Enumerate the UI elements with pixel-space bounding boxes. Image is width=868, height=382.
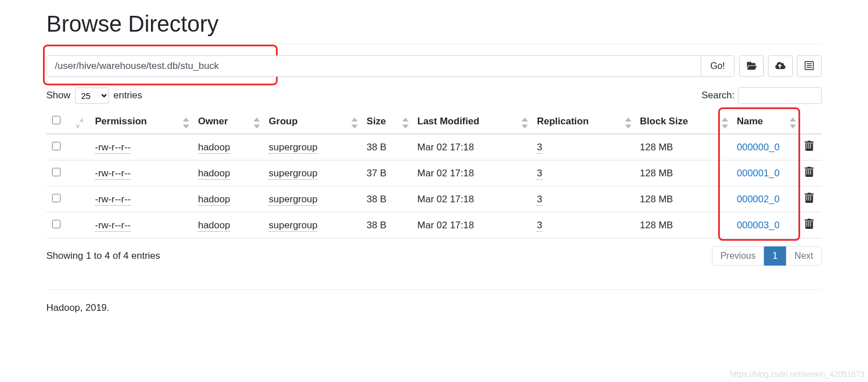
cell-last-modified: Mar 02 17:18	[417, 142, 474, 153]
row-checkbox[interactable]	[52, 142, 61, 150]
col-block-size-label: Block Size	[640, 116, 688, 127]
cell-block-size: 128 MB	[640, 194, 673, 205]
col-size-label: Size	[366, 116, 386, 127]
search-label: Search:	[701, 90, 735, 101]
cell-replication: 3	[537, 142, 542, 154]
list-icon	[804, 60, 814, 72]
search-box: Search:	[701, 87, 822, 104]
cell-replication: 3	[537, 220, 542, 232]
cell-group: supergroup	[269, 168, 317, 180]
table-header-row: Permission Owner Group Size Last Modifie…	[46, 110, 822, 134]
table-controls: Show 102550100 entries Search:	[46, 87, 822, 104]
page-1-button[interactable]: 1	[764, 246, 786, 266]
cell-group: supergroup	[269, 142, 317, 154]
folder-open-icon	[746, 60, 757, 72]
cell-replication: 3	[537, 194, 542, 206]
trash-icon[interactable]	[805, 142, 814, 153]
table-wrap: Permission Owner Group Size Last Modifie…	[46, 110, 822, 238]
show-entries: Show 102550100 entries	[46, 88, 142, 104]
col-last-modified[interactable]: Last Modified	[412, 110, 531, 134]
trash-icon[interactable]	[805, 168, 814, 179]
col-owner-label: Owner	[198, 116, 228, 127]
col-group[interactable]: Group	[263, 110, 361, 134]
sort-icon	[182, 118, 190, 125]
cell-size: 38 B	[366, 220, 386, 231]
row-checkbox[interactable]	[52, 194, 61, 202]
cell-last-modified: Mar 02 17:18	[417, 168, 474, 179]
col-replication[interactable]: Replication	[531, 110, 634, 134]
file-table: Permission Owner Group Size Last Modifie…	[46, 110, 822, 238]
pagination: Previous 1 Next	[712, 246, 822, 266]
col-actions	[799, 110, 822, 134]
col-name[interactable]: Name	[731, 110, 799, 134]
sort-icon	[789, 118, 797, 125]
cloud-upload-icon	[775, 60, 785, 72]
cell-block-size: 128 MB	[640, 168, 673, 179]
cell-group: supergroup	[269, 220, 317, 232]
cell-block-size: 128 MB	[640, 220, 673, 231]
cell-permission: -rw-r--r--	[95, 142, 131, 154]
col-block-size[interactable]: Block Size	[634, 110, 731, 134]
cell-last-modified: Mar 02 17:18	[417, 194, 474, 205]
table-row: -rw-r--r--hadoopsupergroup37 BMar 02 17:…	[46, 160, 822, 186]
col-permission[interactable]: Permission	[89, 110, 192, 134]
cell-permission: -rw-r--r--	[95, 168, 131, 180]
table-row: -rw-r--r--hadoopsupergroup38 BMar 02 17:…	[46, 212, 822, 238]
row-checkbox[interactable]	[52, 220, 61, 228]
sort-icon	[351, 118, 359, 125]
col-select-all[interactable]	[46, 110, 69, 134]
footer-text: Hadoop, 2019.	[46, 302, 822, 314]
path-input[interactable]	[47, 56, 701, 76]
cell-group: supergroup	[269, 194, 317, 206]
sort-icon	[253, 118, 261, 125]
divider	[46, 289, 822, 290]
trash-icon[interactable]	[805, 220, 814, 231]
col-last-modified-label: Last Modified	[417, 116, 480, 127]
cell-last-modified: Mar 02 17:18	[417, 220, 474, 231]
next-button[interactable]: Next	[786, 246, 822, 266]
select-all-checkbox[interactable]	[52, 116, 61, 124]
table-row: -rw-r--r--hadoopsupergroup38 BMar 02 17:…	[46, 134, 822, 160]
sort-icon	[521, 118, 529, 125]
upload-button[interactable]	[768, 55, 793, 77]
trash-icon[interactable]	[805, 194, 814, 205]
page-title: Browse Directory	[46, 11, 822, 44]
sort-icon	[624, 118, 632, 125]
col-group-label: Group	[269, 116, 297, 127]
col-size[interactable]: Size	[361, 110, 412, 134]
cell-owner: hadoop	[198, 194, 230, 206]
row-checkbox[interactable]	[52, 168, 61, 176]
open-folder-button[interactable]	[739, 55, 764, 77]
new-directory-button[interactable]	[797, 55, 822, 77]
path-input-group: Go!	[46, 55, 735, 77]
cell-name-link[interactable]: 000001_0	[737, 168, 780, 179]
cell-name-link[interactable]: 000003_0	[737, 220, 780, 231]
col-permission-label: Permission	[95, 116, 147, 127]
toolbar-icons	[739, 55, 822, 77]
cell-size: 38 B	[366, 142, 386, 153]
col-name-label: Name	[737, 116, 763, 127]
sort-icon	[401, 118, 409, 125]
cell-owner: hadoop	[198, 142, 230, 154]
cell-name-link[interactable]: 000000_0	[737, 142, 780, 153]
path-bar: Go!	[46, 55, 822, 77]
cell-block-size: 128 MB	[640, 142, 673, 153]
cell-name-link[interactable]: 000002_0	[737, 194, 780, 205]
search-input[interactable]	[738, 87, 822, 104]
show-label-pre: Show	[46, 90, 71, 101]
previous-button[interactable]: Previous	[712, 246, 764, 266]
cell-size: 37 B	[366, 168, 386, 179]
col-sort-initial[interactable]	[69, 110, 89, 134]
cell-owner: hadoop	[198, 168, 230, 180]
cell-replication: 3	[537, 168, 542, 180]
table-footer: Showing 1 to 4 of 4 entries Previous 1 N…	[46, 246, 822, 266]
col-replication-label: Replication	[537, 116, 589, 127]
go-button[interactable]: Go!	[701, 56, 734, 76]
sort-icon	[721, 118, 729, 125]
cell-size: 38 B	[366, 194, 386, 205]
cell-permission: -rw-r--r--	[95, 194, 131, 206]
cell-owner: hadoop	[198, 220, 230, 232]
entries-select[interactable]: 102550100	[75, 88, 109, 104]
cell-permission: -rw-r--r--	[95, 220, 131, 232]
col-owner[interactable]: Owner	[192, 110, 263, 134]
